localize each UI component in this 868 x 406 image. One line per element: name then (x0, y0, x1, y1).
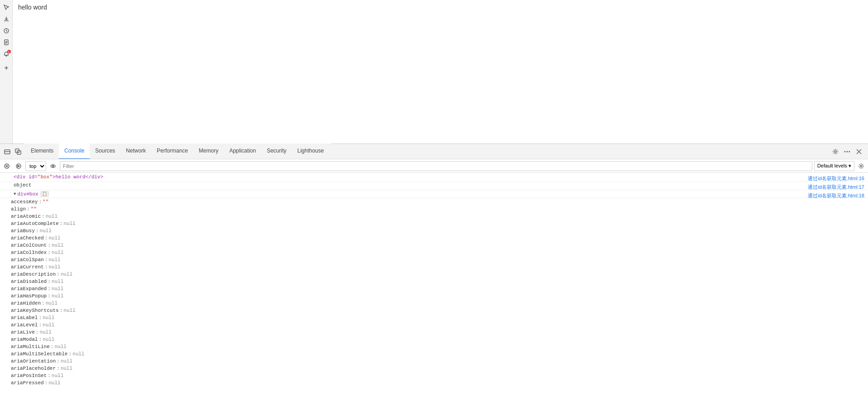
object-line: object (0, 182, 868, 190)
prop-ariaLive: ariaLive : null (0, 329, 868, 336)
prop-ariaLevel: ariaLevel : null (0, 321, 868, 329)
prop-ariaDisabled: ariaDisabled : null (0, 278, 868, 285)
tab-memory[interactable]: Memory (193, 143, 224, 159)
svg-point-12 (53, 165, 54, 167)
page-title: hello word (18, 4, 863, 11)
html-tag-line: <div id="box">hello word</div> (0, 174, 868, 182)
filter-input[interactable] (60, 161, 812, 171)
prop-ariaHidden: ariaHidden : null (0, 300, 868, 307)
add-icon[interactable] (1, 62, 12, 73)
close-devtools-icon[interactable] (854, 146, 864, 157)
svg-point-6 (844, 151, 846, 152)
prop-ariaLabel: ariaLabel : null (0, 314, 868, 321)
tab-network[interactable]: Network (121, 143, 151, 159)
tab-performance[interactable]: Performance (151, 143, 193, 159)
div-node-row[interactable]: div #box 📋 (0, 190, 868, 198)
prop-ariaChecked: ariaChecked : null (0, 234, 868, 242)
context-selector[interactable]: top (25, 161, 46, 171)
download-icon[interactable] (1, 14, 12, 24)
tab-lighthouse[interactable]: Lighthouse (292, 143, 329, 159)
undock-icon[interactable] (13, 146, 24, 157)
tab-application[interactable]: Application (224, 143, 261, 159)
svg-point-8 (849, 151, 850, 152)
more-options-icon[interactable] (842, 146, 853, 157)
prop-ariaAtomic: ariaAtomic : null (0, 213, 868, 220)
prop-ariaPlaceholder: ariaPlaceholder : null (0, 365, 868, 372)
tab-console[interactable]: Console (59, 143, 90, 159)
prop-ariaKeyShortcuts: ariaKeyShortcuts : null (0, 307, 868, 314)
tab-elements[interactable]: Elements (25, 143, 59, 159)
source-link-17[interactable]: 通过id名获取元素.html:17 (808, 183, 864, 191)
console-settings-icon[interactable] (856, 161, 866, 171)
prop-ariaPressed: ariaPressed : null (0, 379, 868, 387)
svg-point-13 (860, 165, 862, 167)
prop-ariaBusy: ariaBusy : null (0, 227, 868, 234)
prop-ariaOrientation: ariaOrientation : null (0, 358, 868, 365)
tab-sources[interactable]: Sources (90, 143, 121, 159)
run-in-console-icon[interactable] (14, 161, 24, 171)
svg-point-5 (834, 151, 836, 153)
source-links: 通过id名获取元素.html:16 通过id名获取元素.html:17 通过id… (804, 173, 868, 201)
prop-ariaMultiSelectable: ariaMultiSelectable : null (0, 350, 868, 358)
prop-ariaColIndex: ariaColIndex : null (0, 249, 868, 256)
notification-icon[interactable]: 1 (1, 49, 12, 60)
prop-ariaDescription: ariaDescription : null (0, 271, 868, 278)
eye-icon[interactable] (48, 161, 58, 171)
source-link-18[interactable]: 通过id名获取元素.html:18 (808, 192, 864, 200)
prop-ariaHasPopup: ariaHasPopup : null (0, 292, 868, 300)
prop-align: align : "" (0, 205, 868, 213)
clear-console-icon[interactable] (2, 161, 12, 171)
tab-security[interactable]: Security (261, 143, 292, 159)
svg-point-7 (847, 151, 848, 152)
prop-ariaPosInSet: ariaPosInSet : null (0, 372, 868, 379)
prop-ariaExpanded: ariaExpanded : null (0, 285, 868, 292)
prop-ariaCurrent: ariaCurrent : null (0, 263, 868, 271)
prop-ariaColSpan: ariaColSpan : null (0, 256, 868, 263)
prop-ariaMultiLine: ariaMultiLine : null (0, 343, 868, 350)
settings-icon[interactable] (830, 146, 841, 157)
prop-ariaModal: ariaModal : null (0, 336, 868, 343)
inspect-icon[interactable] (1, 2, 12, 13)
node-store-icon[interactable]: 📋 (40, 191, 49, 197)
document-icon[interactable] (1, 37, 12, 48)
default-levels-button[interactable]: Default levels ▾ (814, 161, 854, 171)
notification-badge: 1 (7, 50, 11, 53)
prop-accessKey: accessKey : "" (0, 198, 868, 205)
tree-toggle[interactable] (14, 192, 16, 196)
dock-icon[interactable] (2, 146, 13, 157)
clock-icon[interactable] (1, 25, 12, 36)
prop-ariaAutoComplete: ariaAutoComplete : null (0, 220, 868, 227)
prop-ariaColCount: ariaColCount : null (0, 242, 868, 249)
source-link-16[interactable]: 通过id名获取元素.html:16 (808, 175, 864, 182)
